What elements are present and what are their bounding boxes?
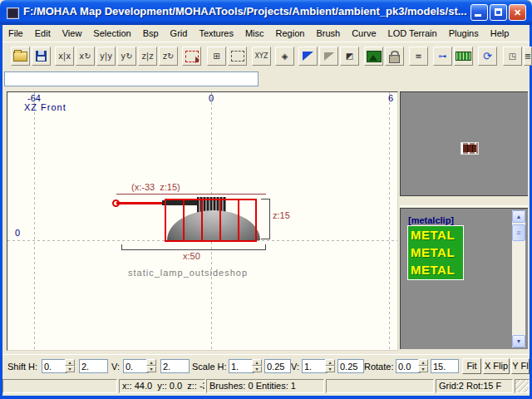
spin-up-icon[interactable]: ▴ xyxy=(252,359,262,366)
shift-h-spinner[interactable]: ▴ ▾ xyxy=(65,359,75,373)
rotate-x-button[interactable]: x↻ xyxy=(76,47,95,66)
measure-button[interactable] xyxy=(454,47,473,66)
shift-v-input[interactable] xyxy=(123,359,149,373)
shift-h-step-input[interactable] xyxy=(79,359,108,373)
menu-view[interactable]: View xyxy=(57,27,88,40)
menu-selection[interactable]: Selection xyxy=(87,27,136,40)
menu-file[interactable]: File xyxy=(2,27,29,40)
menu-edit[interactable]: Edit xyxy=(29,27,57,40)
texture-text-line: METAL xyxy=(408,226,463,244)
split-view-button[interactable]: ⊞ xyxy=(207,47,226,66)
texture-browser[interactable]: [metalclip] METAL METAL METAL ▲ ≡ ▼ xyxy=(400,208,528,349)
flip-z-icon: z|z xyxy=(142,52,154,61)
viewport-2d[interactable]: -64 0 6 0 XZ Front (x:-33 z:15) z:15 x:5… xyxy=(7,91,398,351)
menu-textures[interactable]: Textures xyxy=(193,27,239,40)
scroll-up-button[interactable]: ▲ xyxy=(512,210,525,223)
scrollbar-thumb[interactable]: ≡ xyxy=(512,224,525,241)
spin-down-icon[interactable]: ▾ xyxy=(252,366,262,372)
clipper-button[interactable] xyxy=(182,47,201,66)
flip-z-button[interactable]: z|z xyxy=(138,47,157,66)
menu-curve[interactable]: Curve xyxy=(346,27,382,40)
popup-window-button[interactable]: ◳ xyxy=(503,47,522,66)
entity-connect-button[interactable]: ⊶ xyxy=(433,47,452,66)
camera-viewport[interactable] xyxy=(400,91,528,195)
fit-button[interactable]: Fit xyxy=(462,358,481,374)
texture-lock-button[interactable] xyxy=(385,47,404,66)
cycle-views-button[interactable]: ⟳ xyxy=(478,47,497,66)
y-flip-button[interactable]: Y Fl xyxy=(511,358,530,374)
maximize-button[interactable] xyxy=(490,4,507,21)
menu-help[interactable]: Help xyxy=(485,27,515,40)
rotate-spinner[interactable]: ▴ ▾ xyxy=(418,359,428,373)
flip-y-button[interactable]: y|y xyxy=(96,47,116,66)
menu-misc[interactable]: Misc xyxy=(239,27,270,40)
menu-bsp[interactable]: Bsp xyxy=(137,27,165,40)
shift-v-step-input[interactable] xyxy=(160,359,190,373)
selection-box-button[interactable] xyxy=(228,47,247,66)
scale-v-step-input[interactable] xyxy=(337,359,364,373)
scroll-down-button[interactable]: ▼ xyxy=(512,335,525,347)
save-button[interactable] xyxy=(32,47,51,66)
rotate-z-button[interactable]: z↻ xyxy=(159,47,178,66)
rotate-y-button[interactable]: y↻ xyxy=(117,47,136,66)
scale-h-spinner[interactable]: ▴ ▾ xyxy=(252,359,262,373)
x-flip-button[interactable]: X Flip xyxy=(483,358,510,374)
shift-h-input[interactable] xyxy=(42,359,67,373)
status-empty-1 xyxy=(2,379,117,393)
menu-brush[interactable]: Brush xyxy=(310,27,346,40)
move-selection-button[interactable] xyxy=(319,47,338,66)
menu-bar: File Edit View Selection Bsp Grid Textur… xyxy=(2,25,530,42)
camera-cone-button[interactable] xyxy=(298,47,318,66)
scroll-up-icon: ▲ xyxy=(516,214,522,219)
scale-h-step-input[interactable] xyxy=(264,359,291,373)
scale-h-input[interactable] xyxy=(229,359,254,373)
rotate-step-input[interactable] xyxy=(431,359,459,373)
lamp-3d-texture xyxy=(463,145,476,152)
spin-up-icon[interactable]: ▴ xyxy=(325,359,335,366)
invert-view-button[interactable]: ◩ xyxy=(340,47,359,66)
save-floppy-icon xyxy=(36,51,47,62)
menu-plugins[interactable]: Plugins xyxy=(443,27,485,40)
spin-down-icon[interactable]: ▾ xyxy=(65,366,75,372)
xyz-lock-icon: XYZ xyxy=(255,52,268,60)
spin-down-icon[interactable]: ▾ xyxy=(418,366,428,372)
metalclip-texture-swatch[interactable]: METAL METAL METAL xyxy=(407,225,464,280)
split-view-icon: ⊞ xyxy=(213,52,219,61)
view-type-label: XZ Front xyxy=(24,102,66,112)
title-bar[interactable]: F:/MOHAA Map Development/MOHAATools/Proj… xyxy=(0,0,532,25)
camera-cone-icon xyxy=(303,52,313,61)
rotate-input[interactable] xyxy=(396,359,421,373)
spin-up-icon[interactable]: ▴ xyxy=(146,359,156,366)
radiant-main-window: F:/MOHAA Map Development/MOHAATools/Proj… xyxy=(0,0,532,399)
app-icon xyxy=(7,7,19,19)
menu-lod-terrain[interactable]: LOD Terrain xyxy=(382,27,443,40)
minimize-button[interactable] xyxy=(470,4,488,21)
wireframe-line xyxy=(201,200,203,240)
console-button[interactable]: ≡ xyxy=(409,47,428,66)
menu-grid[interactable]: Grid xyxy=(165,27,194,40)
menu-region[interactable]: Region xyxy=(270,27,311,40)
minimize-icon xyxy=(475,14,481,17)
scale-v-input[interactable] xyxy=(302,359,328,373)
scale-v-label: V: xyxy=(291,362,299,372)
close-button[interactable]: ✕ xyxy=(509,4,526,21)
resize-grip[interactable] xyxy=(515,379,530,393)
open-button[interactable] xyxy=(11,47,30,66)
spin-down-icon[interactable]: ▾ xyxy=(325,366,335,372)
scale-v-spinner[interactable]: ▴ ▾ xyxy=(325,359,335,373)
entity-name-input[interactable] xyxy=(4,71,259,86)
spin-up-icon[interactable]: ▴ xyxy=(418,359,428,366)
shift-v-spinner[interactable]: ▴ ▾ xyxy=(146,359,156,373)
texture-scrollbar[interactable]: ▲ ≡ ▼ xyxy=(512,210,525,347)
toolbar-overflow-button[interactable]: ≣ xyxy=(524,47,532,66)
texture-view-button[interactable] xyxy=(364,47,383,66)
panel-splitter[interactable] xyxy=(400,195,528,209)
selection-wireframe[interactable] xyxy=(165,199,257,242)
texture-wand-button[interactable]: ◈ xyxy=(275,47,294,66)
spin-down-icon[interactable]: ▾ xyxy=(146,366,156,372)
xyz-lock-button[interactable]: XYZ xyxy=(252,47,271,66)
gridline-x-64 xyxy=(389,92,390,350)
padlock-icon xyxy=(389,55,400,63)
flip-x-button[interactable]: x|x xyxy=(55,47,74,66)
spin-up-icon[interactable]: ▴ xyxy=(65,359,75,366)
